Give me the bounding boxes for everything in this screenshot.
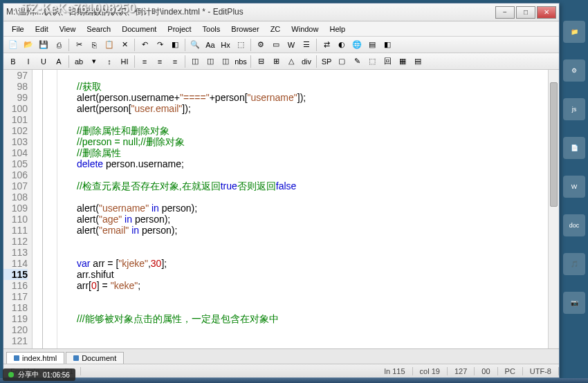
toolbar-button[interactable]: Hx: [219, 38, 232, 52]
editor-area[interactable]: 9798991001011021031041051061071081091101…: [3, 70, 559, 348]
toolbar-button[interactable]: ▭: [269, 38, 283, 52]
desktop-icon[interactable]: 📁: [563, 21, 585, 43]
menu-tools[interactable]: Tools: [197, 24, 226, 35]
toolbar-button[interactable]: Aa: [203, 38, 217, 52]
menu-project[interactable]: Project: [162, 24, 196, 35]
toolbar-button[interactable]: W: [284, 38, 298, 52]
toolbar-button[interactable]: ▢: [335, 55, 349, 68]
toolbar-button[interactable]: ⬚: [234, 38, 248, 52]
toolbar-button[interactable]: 💾: [37, 38, 50, 52]
toolbar-button[interactable]: A: [52, 55, 66, 68]
code-line[interactable]: [77, 236, 548, 247]
desktop-icon[interactable]: 📷: [563, 292, 585, 314]
toolbar-button[interactable]: ▾: [87, 55, 101, 68]
toolbar-button[interactable]: ▦: [396, 55, 410, 68]
code-line[interactable]: [77, 291, 548, 302]
screen-share-indicator[interactable]: 分享中 01:06:56: [3, 368, 75, 381]
code-line[interactable]: [77, 70, 548, 81]
tab-index[interactable]: index.html: [6, 352, 64, 364]
menu-search[interactable]: Search: [81, 24, 116, 35]
toolbar-button[interactable]: ☰: [300, 38, 313, 52]
code-line[interactable]: alert("username" in person);: [77, 203, 548, 214]
menu-document[interactable]: Document: [116, 24, 162, 35]
toolbar-button[interactable]: nbs: [234, 55, 248, 68]
desktop-icon[interactable]: ⚙: [563, 59, 585, 82]
menu-window[interactable]: Window: [286, 24, 324, 35]
toolbar-button[interactable]: ↶: [138, 38, 151, 52]
toolbar-button[interactable]: ✕: [118, 38, 131, 52]
menu-help[interactable]: Help: [324, 24, 351, 35]
code-line[interactable]: [77, 335, 548, 346]
desktop-icon[interactable]: doc: [563, 214, 585, 236]
desktop-icon[interactable]: js: [563, 98, 585, 120]
toolbar-button[interactable]: 📂: [21, 38, 35, 52]
toolbar-button[interactable]: ⎘: [87, 38, 101, 52]
toolbar-button[interactable]: div: [300, 55, 313, 68]
toolbar-button[interactable]: 📄: [6, 38, 20, 52]
toolbar-button[interactable]: B: [6, 55, 20, 68]
toolbar-button[interactable]: I: [21, 55, 35, 68]
toolbar-button[interactable]: 📋: [102, 38, 116, 52]
code-line[interactable]: [77, 346, 548, 348]
toolbar-button[interactable]: ≡: [138, 55, 151, 68]
code-line[interactable]: [77, 324, 548, 335]
code-line[interactable]: [77, 169, 548, 180]
code-line[interactable]: arr.shifut: [77, 269, 548, 280]
toolbar-button[interactable]: U: [37, 55, 50, 68]
code-line[interactable]: alert(person["user.email"]);: [77, 103, 548, 114]
code-line[interactable]: //获取: [77, 81, 548, 92]
toolbar-button[interactable]: ⇄: [320, 38, 333, 52]
menu-browser[interactable]: Browser: [226, 24, 264, 35]
desktop-icon[interactable]: W: [563, 176, 585, 198]
code-line[interactable]: var arr = ["kjeke",30];: [77, 258, 548, 269]
toolbar-button[interactable]: ⬚: [365, 55, 379, 68]
toolbar-button[interactable]: ◧: [380, 38, 394, 52]
toolbar-button[interactable]: ▤: [411, 55, 425, 68]
code-line[interactable]: alert("email" in person);: [77, 225, 548, 236]
maximize-button[interactable]: □: [516, 6, 535, 19]
toolbar-button[interactable]: 🌐: [350, 38, 364, 52]
code-line[interactable]: [77, 302, 548, 313]
code-line[interactable]: alert("age" in person);: [77, 214, 548, 225]
toolbar-button[interactable]: ⊟: [254, 55, 268, 68]
code-line[interactable]: //删除属性: [77, 147, 548, 158]
toolbar-button[interactable]: ⎙: [52, 38, 66, 52]
toolbar-button[interactable]: ▤: [365, 38, 379, 52]
code-content[interactable]: //获取alert(person.username+"===="+person[…: [57, 70, 548, 348]
minimize-button[interactable]: −: [495, 6, 515, 19]
toolbar-button[interactable]: ⚙: [254, 38, 268, 52]
desktop-icon[interactable]: 🎵: [563, 253, 585, 275]
close-button[interactable]: ✕: [537, 6, 556, 19]
code-line[interactable]: //person = null;//删除对象: [77, 136, 548, 147]
taskbar[interactable]: [0, 378, 588, 383]
toolbar-button[interactable]: ◫: [188, 55, 202, 68]
scroll-thumb[interactable]: [550, 82, 558, 207]
toolbar-button[interactable]: ↕: [102, 55, 116, 68]
toolbar-button[interactable]: ◐: [335, 38, 349, 52]
menu-view[interactable]: View: [54, 24, 82, 35]
toolbar-button[interactable]: ⊞: [269, 55, 283, 68]
toolbar-button[interactable]: ↷: [153, 38, 167, 52]
vertical-scrollbar[interactable]: [548, 70, 559, 348]
menu-edit[interactable]: Edit: [30, 24, 54, 35]
desktop-icon[interactable]: 📄: [563, 137, 585, 159]
toolbar-button[interactable]: ≡: [153, 55, 167, 68]
code-line[interactable]: [77, 114, 548, 125]
menu-file[interactable]: File: [6, 24, 30, 35]
toolbar-button[interactable]: △: [284, 55, 298, 68]
code-line[interactable]: [77, 247, 548, 258]
code-line[interactable]: arr[0] = "keke";: [77, 280, 548, 291]
toolbar-button[interactable]: ✂: [72, 38, 86, 52]
toolbar-button[interactable]: ✎: [350, 55, 364, 68]
code-line[interactable]: ///能够被对象点击的属性，一定是包含在对象中: [77, 313, 548, 324]
toolbar-button[interactable]: ◧: [168, 38, 182, 52]
toolbar-button[interactable]: HI: [118, 55, 131, 68]
tab-document[interactable]: Document: [66, 352, 124, 364]
toolbar-button[interactable]: ◫: [203, 55, 217, 68]
toolbar-button[interactable]: 回: [380, 55, 394, 68]
code-line[interactable]: alert(person.username+"===="+person["use…: [77, 92, 548, 103]
toolbar-button[interactable]: ≡: [168, 55, 182, 68]
code-line[interactable]: delete person.username;: [77, 158, 548, 169]
code-line[interactable]: //删除属性和删除对象: [77, 125, 548, 136]
toolbar-button[interactable]: 🔍: [188, 38, 202, 52]
